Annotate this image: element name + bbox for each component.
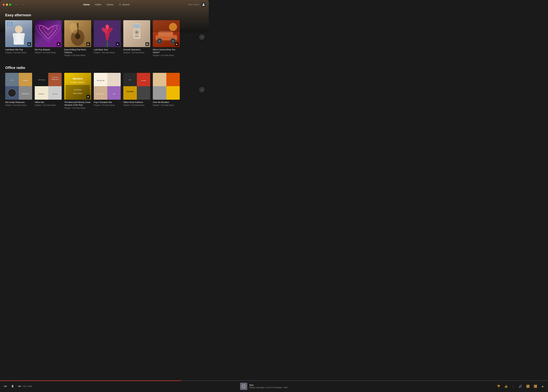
- svg-point-9: [75, 34, 80, 39]
- play-overlay-6: ▶: [175, 42, 179, 46]
- card-80spopballads[interactable]: ▶ 80s Pop Ballads Playlist • YouTube Mus…: [35, 20, 62, 54]
- nav-hotlist[interactable]: Hotlist: [95, 3, 101, 7]
- titlebar: ← → Home Hotlist Library Search EARLY AC…: [0, 0, 209, 9]
- card-thumb-90sguilty: LEN Hanson GREATEST: [5, 73, 32, 100]
- svg-text:LEN: LEN: [10, 79, 14, 81]
- svg-text:Aerosmith: Aerosmith: [141, 80, 146, 81]
- card-thumb-laidbacksoul: ▶: [94, 20, 121, 47]
- card-name-or-6: One-Hit Wonders: [153, 101, 180, 104]
- svg-text:Back to Basics: Back to Basics: [97, 93, 104, 94]
- card-office80s[interactable]: Neil Young THE CLASHCOMBAT ROCK GREATEST…: [35, 73, 62, 106]
- fullscreen-button[interactable]: [9, 4, 11, 6]
- card-name-or-1: 90s Guilty Pleasures: [5, 101, 32, 104]
- svg-rect-38: [35, 86, 48, 100]
- card-thumb-onehitwonders: [153, 73, 180, 100]
- close-button[interactable]: [3, 4, 5, 6]
- svg-text:Hanson: Hanson: [23, 80, 28, 81]
- easy-afternoon-title: Easy afternoon: [5, 13, 203, 17]
- card-easyrolling[interactable]: ▶ Easy Rolling Pop-Rock Classics Playlis…: [64, 20, 91, 56]
- minimize-button[interactable]: [6, 4, 8, 6]
- card-thumb-80spopballads: ▶: [35, 20, 62, 47]
- nav-arrows: ← →: [14, 3, 25, 7]
- card-thumb-smoothoperators: ▶: [123, 20, 150, 47]
- svg-rect-62: [166, 73, 180, 86]
- svg-text:THE HIVES: THE HIVES: [126, 91, 134, 92]
- card-thumb-whosgonna: ▶: [153, 20, 180, 47]
- nav-home[interactable]: Home: [83, 3, 90, 7]
- svg-line-1: [121, 5, 121, 6]
- play-overlay-3: ▶: [86, 42, 90, 46]
- svg-text:Neil Young: Neil Young: [38, 79, 45, 81]
- svg-text:GREATEST: GREATEST: [22, 93, 29, 95]
- card-laidback80spop[interactable]: ▶ Laid-Back 80s Pop Playlist • YouTube M…: [5, 20, 32, 54]
- back-button[interactable]: ←: [14, 3, 19, 7]
- svg-text:GREATEST: GREATEST: [39, 93, 44, 94]
- svg-rect-13: [134, 24, 140, 28]
- card-sub-6: Playlist • YouTube Music: [153, 54, 180, 56]
- svg-rect-31: [19, 86, 32, 100]
- svg-point-30: [8, 89, 16, 97]
- card-name-6: Who's Gonna Drive You Home?: [153, 48, 180, 54]
- card-thumb-office80s: Neil Young THE CLASHCOMBAT ROCK GREATEST…: [35, 73, 62, 100]
- card-popsgreatest[interactable]: The Low Life Back to Basics Pinks: [94, 73, 121, 106]
- easy-afternoon-scroll-btn[interactable]: ›: [199, 34, 205, 40]
- svg-rect-58: [123, 86, 137, 100]
- card-name-2: 80s Pop Ballads: [35, 48, 62, 51]
- user-avatar[interactable]: [201, 2, 206, 7]
- card-90sguilty[interactable]: LEN Hanson GREATEST: [5, 73, 32, 106]
- window-controls: [3, 4, 11, 6]
- card-sub-or-6: Playlist • YouTube Music: [153, 104, 180, 106]
- easy-afternoon-cards: ▶ Laid-Back 80s Pop Playlist • YouTube M…: [5, 20, 203, 56]
- card-sub-5: Playlist • YouTube Music: [123, 51, 150, 54]
- card-name-or-5: Office Rock Anthems: [123, 101, 150, 104]
- svg-text:Whistles: Whistles: [73, 77, 83, 80]
- main-content: Easy afternoon: [0, 9, 209, 143]
- nav-search-label[interactable]: Search: [122, 3, 130, 7]
- play-overlay-4: ▶: [116, 42, 120, 46]
- svg-text:Back to Basics: Back to Basics: [73, 92, 82, 94]
- card-thumb-officerock: Faint Aerosmith THE HIVES: [123, 73, 150, 100]
- card-officerock[interactable]: Faint Aerosmith THE HIVES: [123, 73, 150, 106]
- card-thumb-easyrolling: ▶: [64, 20, 91, 47]
- card-sub-2: Playlist • YouTube Music: [35, 51, 62, 54]
- card-whosgonna[interactable]: ▶ Who's Gonna Drive You Home? Playlist •…: [153, 20, 180, 56]
- card-sub-1: Playlist • YouTube Music: [5, 51, 32, 54]
- card-name-1: Laid-Back 80s Pop: [5, 48, 32, 51]
- card-laidbacksoul[interactable]: ▶ Laid-Back Soul Playlist • YouTube Musi…: [94, 20, 121, 54]
- card-onehitwonders[interactable]: One-Hit Wonders Playlist • YouTube Music: [153, 73, 180, 106]
- svg-rect-47: [94, 73, 107, 86]
- card-sub-or-5: Playlist • YouTube Music: [123, 104, 150, 106]
- play-overlay-or-3: ▶: [86, 95, 90, 99]
- office-radio-title: Office radio: [5, 66, 203, 70]
- svg-point-21: [159, 40, 161, 42]
- card-name-or-2: Office 80s: [35, 101, 62, 104]
- card-smoothoperators[interactable]: ▶ Smooth Operators Playlist • YouTube Mu…: [123, 20, 150, 54]
- card-name-or-3: The Best (and Worst) Cover Versions of A…: [64, 101, 91, 106]
- svg-point-0: [119, 4, 121, 5]
- svg-point-24: [169, 23, 177, 31]
- svg-rect-3: [15, 26, 22, 33]
- svg-rect-40: [48, 86, 62, 100]
- card-name-3: Easy Rolling Pop-Rock Classics: [64, 48, 91, 54]
- card-sub-4: Playlist • YouTube Music: [94, 51, 121, 54]
- card-thumb-popsgreatest: The Low Life Back to Basics Pinks: [94, 73, 121, 100]
- office-radio-scroll-btn[interactable]: ›: [199, 87, 205, 93]
- card-bestworst[interactable]: Whistles FUNKY DANCE Can Macin Back to B…: [64, 73, 91, 109]
- svg-text:THE CLASH: THE CLASH: [52, 77, 58, 78]
- svg-rect-61: [153, 73, 166, 86]
- card-thumb-laidback80spop: ▶: [5, 20, 32, 47]
- card-sub-3: Playlist • YouTube Music: [64, 54, 91, 56]
- nav-search[interactable]: Search: [119, 3, 130, 7]
- play-overlay-2: ▶: [57, 42, 61, 46]
- svg-text:COMBAT ROCK: COMBAT ROCK: [51, 79, 59, 80]
- nav-center: Home Hotlist Library Search: [25, 3, 188, 7]
- svg-point-2: [203, 3, 204, 5]
- svg-text:FUNKY DANCE: FUNKY DANCE: [71, 81, 85, 83]
- nav-library[interactable]: Library: [107, 3, 114, 7]
- card-sub-or-1: Playlist • YouTube Music: [5, 104, 32, 106]
- svg-rect-16: [135, 36, 139, 37]
- svg-rect-52: [107, 86, 121, 100]
- card-name-4: Laid-Back Soul: [94, 48, 121, 51]
- forward-button[interactable]: →: [20, 3, 25, 7]
- svg-text:The Low Life: The Low Life: [97, 80, 105, 81]
